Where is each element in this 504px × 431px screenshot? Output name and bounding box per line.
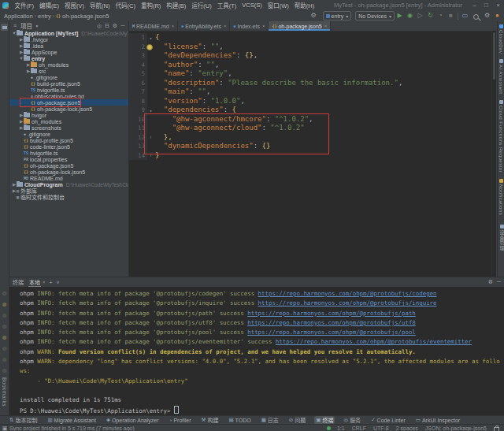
close-icon[interactable]: × — [224, 24, 227, 28]
tool-window-button-notifications[interactable]: Notifications — [498, 179, 503, 215]
tree-item[interactable]: ▶.idea — [9, 43, 128, 49]
run-icon[interactable]: ▶ — [395, 10, 405, 21]
editor-scrollbar[interactable] — [491, 31, 496, 277]
terminal-settings-icon[interactable]: ⚙ — [488, 279, 493, 285]
terminal-output[interactable]: ohpm INFO: fetch meta info of package '@… — [9, 287, 504, 416]
tree-item[interactable]: ▼Application [MyTest]D:\Huawei\Code\MyTe… — [9, 30, 128, 36]
tree-item[interactable]: MDREADME.md — [9, 175, 128, 181]
tree-item[interactable]: ▼entry — [9, 55, 128, 61]
editor-tab[interactable]: eIndex.ets× — [230, 21, 269, 31]
tree-item[interactable]: ▶screenshots — [9, 124, 128, 131]
status-indent-size[interactable]: 2 spaces — [396, 425, 418, 431]
tool-window-button-analyzer[interactable]: ◈Operation Analyzer — [105, 416, 161, 424]
status-line-separator[interactable]: CRLF — [352, 425, 366, 431]
bookmarks-stripe-button[interactable]: Bookmarks — [2, 377, 7, 407]
tree-item[interactable]: ▶oh_modules — [9, 118, 128, 124]
menu-item[interactable]: 代码(C) — [113, 1, 138, 9]
tool-window-toggle-icon[interactable]: ▣ — [0, 425, 9, 431]
close-icon[interactable]: × — [172, 24, 175, 28]
minimize-button[interactable]: – — [469, 2, 480, 9]
tree-item[interactable]: ▶oh_modules — [9, 61, 128, 68]
tree-item[interactable]: TShvigorfile.ts — [9, 150, 128, 156]
menu-item[interactable]: 视图(V) — [62, 1, 87, 9]
terminal-link[interactable]: https://repo.harmonyos.com/ohpm/@protobu… — [247, 329, 416, 336]
tree-item[interactable]: ▶hvigor — [9, 112, 128, 118]
terminal-link[interactable]: https://repo.harmonyos.com/ohpm/@protobu… — [247, 310, 416, 317]
tool-window-button-problems[interactable]: ⊘问题 — [287, 416, 307, 424]
restart-app-icon[interactable]: ↻ — [425, 10, 435, 21]
terminal-gutter-icon[interactable]: ◎ — [2, 290, 7, 295]
tool-window-button-arkui[interactable]: ▭ArkUI Inspector — [414, 416, 461, 424]
status-encoding[interactable]: UTF-8 — [373, 425, 389, 431]
settings-sync-icon[interactable]: ⚙ — [309, 10, 319, 21]
breadcrumb-item[interactable]: entry — [38, 13, 51, 20]
tree-item[interactable]: PRlocal.properties — [9, 156, 128, 162]
sessions-dropdown-icon[interactable]: ˅ — [57, 280, 60, 285]
hamburger-icon[interactable]: ≡ — [11, 23, 19, 28]
device-selector[interactable]: No Devices ▾ — [355, 11, 395, 20]
terminal-gutter-icon[interactable]: ◍ — [2, 301, 7, 307]
attach-debugger-icon[interactable]: ▷ — [415, 10, 425, 21]
tool-window-button-profiler[interactable]: ◔Profiler — [167, 416, 192, 424]
terminal-link[interactable]: https://repo.harmonyos.com/ohpm/@protobu… — [247, 319, 416, 326]
tree-item[interactable]: {}oh-package.json5 — [9, 162, 128, 169]
tree-item[interactable]: ▶src — [9, 68, 128, 74]
tool-window-button-build[interactable]: ⚒构建 — [200, 416, 220, 424]
terminal-link[interactable]: https://repo.harmonyos.com/ohpm/@protobu… — [258, 290, 437, 297]
menu-item[interactable]: VCS(S) — [239, 2, 265, 9]
menu-item[interactable]: 工具(T) — [214, 1, 239, 9]
locate-file-icon[interactable]: ◎ — [95, 23, 103, 29]
menu-item[interactable]: 运行(U) — [189, 1, 214, 9]
tool-window-button-ai-assistant[interactable]: AI Assistant — [498, 59, 503, 94]
profiler-icon[interactable]: ◔ — [435, 10, 446, 21]
tool-window-button-todo[interactable]: ▤TODO — [227, 416, 252, 424]
tree-item[interactable]: {}oh-package-lock.json5 — [9, 169, 128, 175]
tree-item[interactable]: ◆.gitignore — [9, 74, 128, 80]
terminal-gutter-icon[interactable]: ◎ — [2, 345, 7, 351]
close-icon[interactable]: × — [43, 280, 46, 284]
menu-item[interactable]: 编辑(E) — [37, 1, 62, 9]
close-button[interactable]: × — [492, 2, 504, 9]
new-session-icon[interactable]: + — [50, 280, 53, 285]
tree-item[interactable]: ◆.gitignore — [9, 131, 128, 137]
module-selector[interactable]: entry ▾ — [323, 11, 352, 20]
device-manager-icon[interactable]: ▭ — [460, 10, 470, 21]
editor-tab[interactable]: {}oh-package.json5× — [269, 21, 331, 31]
status-json-schema[interactable]: JSON: oh-package-json5 — [425, 425, 487, 431]
code-editor[interactable]: 1▾{2 "license": "",3 "devDependencies": … — [129, 32, 496, 160]
menu-item[interactable]: 构建(B) — [164, 1, 189, 9]
terminal-gutter-icon[interactable]: ◎ — [2, 356, 7, 362]
tool-window-button--[interactable]: 设备管理 — [498, 225, 504, 251]
close-icon[interactable]: × — [324, 24, 328, 28]
tree-item[interactable]: ▶.hvigor — [9, 36, 128, 43]
maximize-button[interactable]: □ — [480, 2, 492, 9]
tree-item[interactable]: {}build-profile.json5 — [9, 80, 128, 87]
menu-item[interactable]: 窗口(W) — [265, 1, 291, 9]
tree-item[interactable]: {}code-linter.json5 — [9, 143, 128, 150]
hide-panel-icon[interactable]: ─ — [119, 23, 127, 28]
tree-item[interactable]: {}build-profile.json5 — [9, 137, 128, 143]
terminal-gutter-icon[interactable]: ◎ — [2, 367, 7, 373]
tool-window-button-log[interactable]: ▦日志 — [260, 416, 280, 424]
project-panel-title[interactable]: 项目 — [20, 21, 32, 30]
breadcrumb-item[interactable]: Application — [4, 13, 33, 20]
notifications-icon[interactable]: ● — [492, 10, 502, 21]
menu-item[interactable]: 帮助(H) — [291, 1, 317, 9]
terminal-session-tab[interactable]: 本地 — [28, 278, 41, 287]
tool-window-button-migrate[interactable]: ▥Migrate Assistant — [46, 416, 97, 424]
tree-item[interactable]: ▶AppScope — [9, 49, 128, 55]
tree-item[interactable]: ▦临时文件和控制台 — [9, 194, 128, 200]
stop-icon[interactable]: ■ — [446, 10, 456, 21]
breadcrumb-item[interactable]: oh-package.json5 — [62, 13, 109, 20]
terminal-gutter-icon[interactable]: ◎ — [2, 312, 7, 318]
terminal-link[interactable]: https://repo.harmonyos.com/ohpm/@protobu… — [258, 299, 437, 307]
collapse-all-icon[interactable]: ⊟ — [103, 23, 111, 29]
intention-bulb-icon[interactable] — [146, 44, 153, 50]
tool-window-button-cloud-functions-requestor[interactable]: Cloud Functions Requestor — [498, 100, 503, 173]
project-stripe-button[interactable] — [1, 24, 8, 31]
terminal-link[interactable]: https://repo.harmonyos.com/ohpm/@protobu… — [276, 338, 472, 345]
menu-item[interactable]: 重构(R) — [138, 1, 163, 9]
status-caret-position[interactable]: 1:1 — [337, 425, 345, 431]
search-everywhere-icon[interactable] — [473, 14, 479, 20]
debug-icon[interactable]: ◉ — [405, 10, 415, 21]
